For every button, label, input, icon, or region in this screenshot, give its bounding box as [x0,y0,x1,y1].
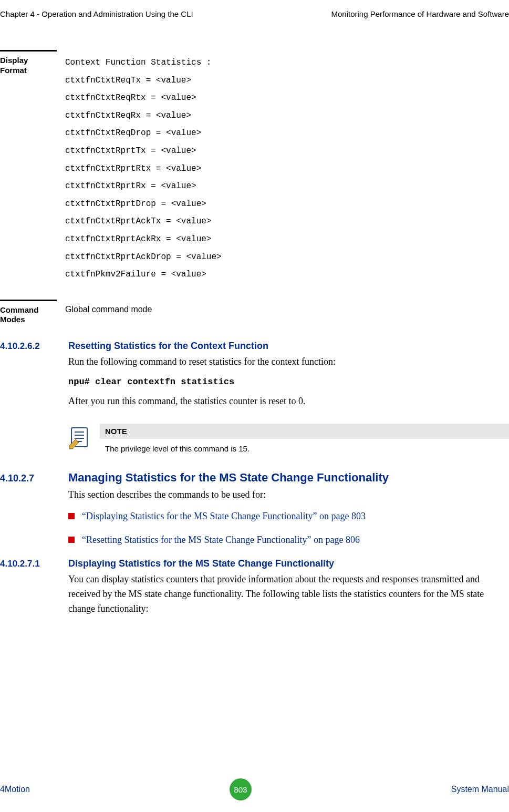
section-title: Resetting Statistics for the Context Fun… [68,341,268,352]
display-format-block: Display Format Context Function Statisti… [0,50,509,284]
bullet-icon [68,537,75,543]
page-number-badge: 803 [230,778,252,800]
page-content: Display Format Context Function Statisti… [0,18,509,616]
note-icon [68,426,90,450]
section-intro: This section describes the commands to b… [68,488,509,502]
display-format-value: Context Function Statistics : ctxtfnCtxt… [65,50,509,284]
section-4-10-2-7-1: 4.10.2.7.1 Displaying Statistics for the… [0,558,509,616]
command-modes-label: Command Modes [0,300,57,325]
list-item: “Displaying Statistics for the MS State … [68,510,509,523]
xref-link[interactable]: “Resetting Statistics for the MS State C… [82,533,360,547]
note-label: NOTE [100,424,509,439]
section-number: 4.10.2.6.2 [0,341,57,352]
page-header: Chapter 4 - Operation and Administration… [0,0,509,18]
display-format-label: Display Format [0,50,57,284]
section-number: 4.10.2.7 [0,473,57,484]
command-modes-block: Command Modes Global command mode [0,300,509,325]
heading-4-10-2-6-2: 4.10.2.6.2 Resetting Statistics for the … [0,341,509,352]
list-item: “Resetting Statistics for the MS State C… [68,533,509,547]
heading-4-10-2-7: 4.10.2.7 Managing Statistics for the MS … [0,471,509,485]
footer-right: System Manual [451,785,509,794]
section-4-10-2-6-2: 4.10.2.6.2 Resetting Statistics for the … [0,341,509,409]
header-chapter: Chapter 4 - Operation and Administration… [0,9,193,18]
command-code: npu# clear contextfn statistics [68,377,509,387]
bullet-icon [68,513,75,519]
footer-left: 4Motion [0,785,30,794]
section-4-10-2-7: 4.10.2.7 Managing Statistics for the MS … [0,471,509,547]
section-body: You can display statistics counters that… [68,572,509,616]
section-title: Displaying Statistics for the MS State C… [68,558,334,569]
page-footer: 4Motion 803 System Manual [0,778,509,800]
header-section: Monitoring Performance of Hardware and S… [331,9,510,18]
command-modes-value: Global command mode [65,300,509,325]
xref-link[interactable]: “Displaying Statistics for the MS State … [82,510,366,523]
note-content: NOTE The privilege level of this command… [100,424,509,456]
note-text: The privilege level of this command is 1… [100,439,509,456]
section-after: After you run this command, the statisti… [68,394,509,409]
section-title: Managing Statistics for the MS State Cha… [68,471,389,485]
heading-4-10-2-7-1: 4.10.2.7.1 Displaying Statistics for the… [0,558,509,569]
note-box: NOTE The privilege level of this command… [68,424,509,456]
section-intro: Run the following command to reset stati… [68,355,509,369]
section-number: 4.10.2.7.1 [0,559,57,569]
